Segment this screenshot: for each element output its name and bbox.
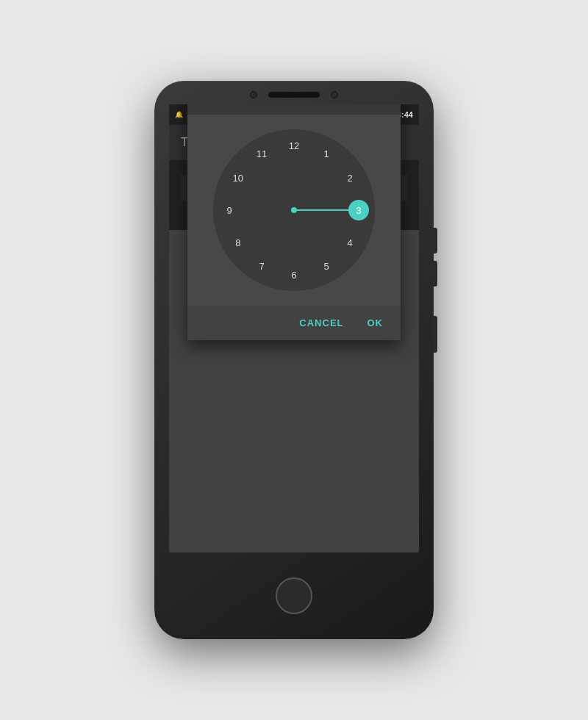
time-header: 3:43 AM PM [187, 104, 401, 115]
clock-number-2[interactable]: 2 [340, 168, 360, 188]
clock-number-12[interactable]: 12 [284, 135, 304, 156]
clock-number-11[interactable]: 11 [251, 144, 272, 165]
clock-number-3[interactable]: 3 [348, 200, 369, 220]
time-picker-dialog: 3:43 AM PM 121234567891011 [187, 104, 401, 340]
clock-face[interactable]: 121234567891011 [213, 129, 375, 291]
volume-down-button[interactable] [433, 261, 437, 287]
front-camera [250, 91, 257, 98]
clock-number-9[interactable]: 9 [219, 200, 240, 220]
home-button[interactable] [276, 577, 312, 614]
speaker-grille [268, 92, 320, 98]
main-content: PICK TIME Picked time will appear here 3… [169, 160, 419, 230]
clock-center-dot [291, 207, 297, 213]
phone-device: 🔔 📱 ⚡ ▲ 📶 🔋 3:44 TimePickerDemo PICK TIM… [154, 81, 434, 639]
cancel-button[interactable]: CANCEL [290, 312, 352, 334]
phone-top-bar [154, 81, 434, 104]
clock-number-5[interactable]: 5 [316, 256, 337, 276]
clock-number-4[interactable]: 4 [340, 232, 360, 253]
clock-number-6[interactable]: 6 [284, 264, 304, 285]
dialog-overlay: 3:43 AM PM 121234567891011 [169, 160, 419, 230]
notification-icon: 🔔 [175, 111, 183, 118]
clock-number-10[interactable]: 10 [228, 168, 248, 188]
power-button[interactable] [433, 316, 437, 353]
clock-container: 121234567891011 [187, 115, 401, 306]
dialog-buttons: CANCEL OK [187, 306, 401, 340]
volume-up-button[interactable] [433, 228, 437, 253]
phone-screen: 🔔 📱 ⚡ ▲ 📶 🔋 3:44 TimePickerDemo PICK TIM… [169, 104, 419, 552]
sensor [331, 91, 338, 98]
clock-number-7[interactable]: 7 [251, 256, 272, 276]
clock-number-8[interactable]: 8 [228, 232, 248, 253]
clock-number-1[interactable]: 1 [316, 144, 337, 165]
ok-button[interactable]: OK [359, 312, 392, 334]
phone-bottom [276, 552, 312, 639]
